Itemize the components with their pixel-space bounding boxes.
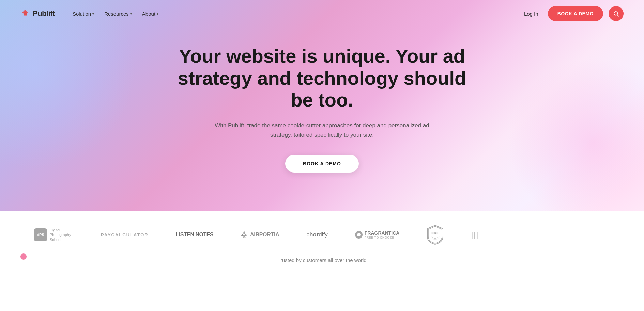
login-link[interactable]: Log In xyxy=(520,8,542,19)
nav-links: Solution ▾ Resources ▾ About ▾ xyxy=(68,8,520,19)
chevron-down-icon: ▾ xyxy=(157,12,158,16)
hero-subtitle: With Publift, trade the same cookie-cutt… xyxy=(206,121,438,140)
hero-title: Your website is unique. Your ad strategy… xyxy=(169,45,475,111)
nav-book-demo-button[interactable]: BOOK A DEMO xyxy=(548,6,603,21)
logo-unknown: ||| xyxy=(457,231,492,239)
airportia-logo-wrap: AIRPORTIA xyxy=(241,231,279,239)
logo-fragrantica: FRAGRANTICA FREE TO CHOOSE xyxy=(341,230,413,239)
trusted-text: Trusted by customers all over the world xyxy=(0,252,644,273)
logos-section: dPS Digital Photography School PAYCALCUL… xyxy=(0,211,644,277)
decorative-pink-dot xyxy=(20,253,27,260)
airportia-text: AIRPORTIA xyxy=(250,232,279,238)
bars-logo: ||| xyxy=(471,231,479,239)
svg-text:NRL: NRL xyxy=(432,231,439,235)
chevron-down-icon: ▾ xyxy=(92,12,94,16)
hero-section: Your website is unique. Your ad strategy… xyxy=(0,0,644,211)
chevron-down-icon: ▾ xyxy=(130,12,132,16)
dps-label: Digital Photography School xyxy=(50,228,74,242)
navigation: Publift Solution ▾ Resources ▾ About ▾ L… xyxy=(0,0,644,27)
logo-paycalculator: PAYCALCULATOR xyxy=(87,232,162,238)
chordify-text: chordify xyxy=(306,231,327,238)
fragrantica-name: FRAGRANTICA xyxy=(365,230,400,236)
nav-solution[interactable]: Solution ▾ xyxy=(68,8,98,19)
brand-name: Publift xyxy=(33,9,55,18)
logo-nrl: NRL xyxy=(413,225,457,245)
nrl-shield-icon: NRL xyxy=(427,225,444,245)
publift-logo-icon xyxy=(20,9,30,18)
hero-cta-button[interactable]: BOOK A DEMO xyxy=(285,155,359,173)
search-button[interactable] xyxy=(609,6,624,21)
svg-line-3 xyxy=(617,15,618,16)
logos-strip: dPS Digital Photography School PAYCALCUL… xyxy=(0,211,644,252)
airportia-plane-icon xyxy=(241,231,248,239)
logo-airportia: AIRPORTIA xyxy=(227,231,293,239)
fragrantica-tagline: FREE TO CHOOSE xyxy=(365,236,400,239)
fragrantica-logo-wrap: FRAGRANTICA FREE TO CHOOSE xyxy=(355,230,400,239)
listennotes-text: LISTEN NOTES xyxy=(176,232,213,238)
search-icon xyxy=(613,11,619,17)
nav-about[interactable]: About ▾ xyxy=(138,8,163,19)
nav-resources[interactable]: Resources ▾ xyxy=(100,8,136,19)
dps-icon: dPS xyxy=(34,228,47,241)
paycalculator-text: PAYCALCULATOR xyxy=(101,232,149,238)
logo-link[interactable]: Publift xyxy=(20,9,55,18)
logo-listennotes: LISTEN NOTES xyxy=(162,232,227,238)
logo-chordify: chordify xyxy=(293,231,341,238)
logo-dps: dPS Digital Photography School xyxy=(20,228,87,242)
fragrantica-circle-icon xyxy=(355,231,363,239)
nav-right: Log In BOOK A DEMO xyxy=(520,6,624,21)
